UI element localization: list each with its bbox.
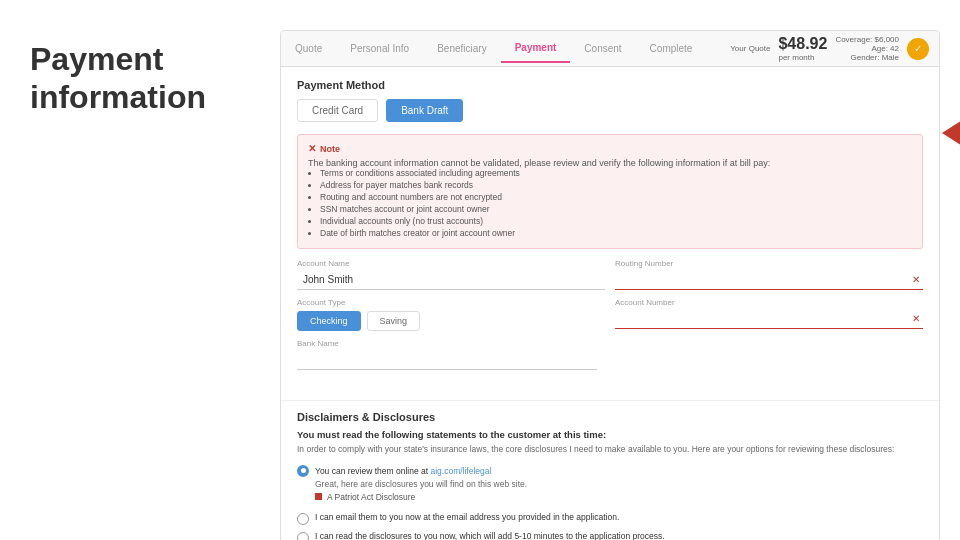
nav-step-personal[interactable]: Personal Info — [336, 35, 423, 62]
your-quote-label: Your Quote — [730, 44, 770, 53]
radio-online-icon[interactable] — [297, 465, 309, 477]
bank-name-field: Bank Name — [297, 339, 597, 370]
price-badge: Your Quote $48.92 per month Coverage: $6… — [720, 31, 939, 66]
saving-button[interactable]: Saving — [367, 311, 421, 331]
radio-option-email: I can email them to you now at the email… — [297, 512, 923, 525]
form-body: Payment Method Credit Card Bank Draft ✕ … — [281, 67, 939, 390]
bank-name-input[interactable] — [297, 350, 597, 370]
nav-step-payment[interactable]: Payment — [501, 34, 571, 63]
routing-number-label: Routing Number — [615, 259, 923, 268]
bullet-icon — [315, 493, 322, 500]
note-item: Individual accounts only (no trust accou… — [320, 216, 912, 226]
coverage-info: Coverage: $6,000 Age: 42 Gender: Male — [835, 35, 899, 62]
disclaimer-section: Disclaimers & Disclosures You must read … — [281, 411, 939, 540]
page-title: Payment information — [30, 40, 206, 117]
online-sub-text: Great, here are disclosures you will fin… — [315, 479, 527, 489]
bank-name-label: Bank Name — [297, 339, 597, 348]
account-type-label: Account Type — [297, 298, 605, 307]
radio-online-label: You can review them online at aig.com/li… — [315, 464, 527, 506]
note-title: ✕ Note — [308, 143, 912, 154]
account-name-field: Account Name — [297, 259, 605, 290]
account-number-label: Account Number — [615, 298, 923, 307]
price-amount: $48.92 — [778, 35, 827, 53]
note-item: Address for payer matches bank records — [320, 180, 912, 190]
account-name-input[interactable] — [297, 270, 605, 290]
form-container: Quote Personal Info Beneficiary Payment … — [280, 30, 940, 540]
arrow-indicator — [942, 115, 960, 151]
routing-number-field: Routing Number ✕ — [615, 259, 923, 290]
note-item: SSN matches account or joint account own… — [320, 204, 912, 214]
must-read: You must read the following statements t… — [297, 429, 923, 440]
bank-draft-button[interactable]: Bank Draft — [386, 99, 463, 122]
price-per-month: per month — [778, 53, 827, 62]
routing-number-wrapper: ✕ — [615, 270, 923, 290]
note-x-icon: ✕ — [308, 143, 316, 154]
disclaimer-intro: In order to comply with your state's ins… — [297, 444, 923, 456]
disclaimer-title: Disclaimers & Disclosures — [297, 411, 923, 423]
account-clear-icon[interactable]: ✕ — [909, 313, 923, 324]
note-item: Routing and account numbers are not encr… — [320, 192, 912, 202]
note-text: The banking account information cannot b… — [308, 158, 912, 168]
routing-number-input[interactable] — [615, 270, 909, 289]
form-row-3: Bank Name — [297, 339, 923, 370]
account-name-label: Account Name — [297, 259, 605, 268]
aig-link[interactable]: aig.com/lifelegal — [430, 466, 491, 476]
disclosure-text: A Patriot Act Disclosure — [327, 492, 415, 502]
progress-nav: Quote Personal Info Beneficiary Payment … — [281, 31, 939, 67]
routing-clear-icon[interactable]: ✕ — [909, 274, 923, 285]
note-box: ✕ Note The banking account information c… — [297, 134, 923, 249]
form-row-2: Account Type Checking Saving Account Num… — [297, 298, 923, 331]
payment-method-title: Payment Method — [297, 79, 923, 91]
radio-read-label: I can read the disclosures to you now, w… — [315, 531, 665, 540]
account-number-field: Account Number ✕ — [615, 298, 923, 331]
edit-button[interactable]: ✓ — [907, 38, 929, 60]
section-divider — [281, 400, 939, 401]
note-item: Terms or conditions associated including… — [320, 168, 912, 178]
disclosure-item: A Patriot Act Disclosure — [315, 492, 527, 502]
radio-read-icon[interactable] — [297, 532, 309, 540]
form-row-1: Account Name Routing Number ✕ — [297, 259, 923, 290]
nav-step-quote[interactable]: Quote — [281, 35, 336, 62]
radio-option-read: I can read the disclosures to you now, w… — [297, 531, 923, 540]
radio-email-label: I can email them to you now at the email… — [315, 512, 619, 522]
account-type-field: Account Type Checking Saving — [297, 298, 605, 331]
account-number-wrapper: ✕ — [615, 309, 923, 329]
radio-email-icon[interactable] — [297, 513, 309, 525]
note-list: Terms or conditions associated including… — [320, 168, 912, 238]
nav-step-beneficiary[interactable]: Beneficiary — [423, 35, 500, 62]
right-panel: Quote Personal Info Beneficiary Payment … — [280, 20, 960, 540]
radio-option-online: You can review them online at aig.com/li… — [297, 464, 923, 506]
left-panel: Payment information — [0, 20, 280, 540]
checking-button[interactable]: Checking — [297, 311, 361, 331]
account-number-input[interactable] — [615, 309, 909, 328]
nav-step-consent[interactable]: Consent — [570, 35, 635, 62]
nav-step-complete[interactable]: Complete — [636, 35, 707, 62]
note-item: Date of birth matches creator or joint a… — [320, 228, 912, 238]
account-type-buttons: Checking Saving — [297, 311, 605, 331]
payment-methods: Credit Card Bank Draft — [297, 99, 923, 122]
credit-card-button[interactable]: Credit Card — [297, 99, 378, 122]
